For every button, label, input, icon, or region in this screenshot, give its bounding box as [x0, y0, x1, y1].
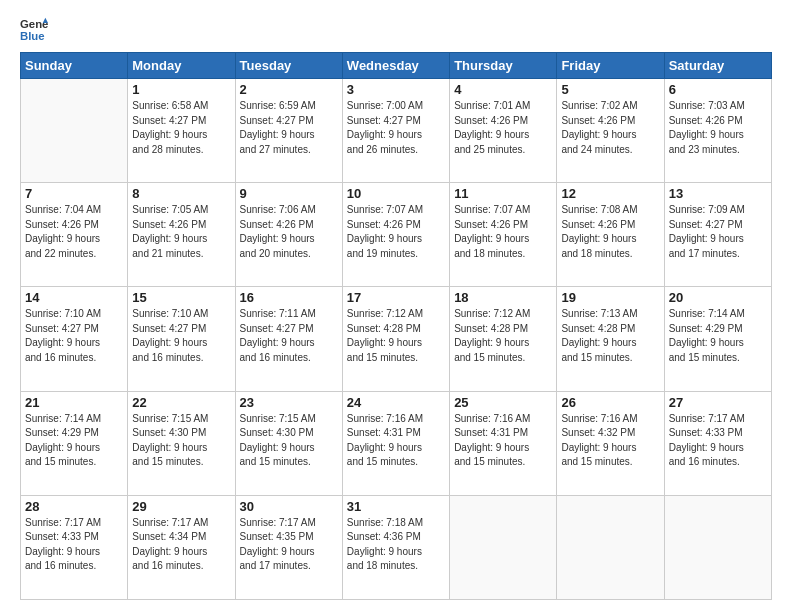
- weekday-header-sunday: Sunday: [21, 53, 128, 79]
- day-number: 11: [454, 186, 552, 201]
- day-info: Sunrise: 7:00 AMSunset: 4:27 PMDaylight:…: [347, 99, 445, 157]
- calendar-table: SundayMondayTuesdayWednesdayThursdayFrid…: [20, 52, 772, 600]
- day-number: 5: [561, 82, 659, 97]
- day-info: Sunrise: 7:06 AMSunset: 4:26 PMDaylight:…: [240, 203, 338, 261]
- day-info: Sunrise: 7:03 AMSunset: 4:26 PMDaylight:…: [669, 99, 767, 157]
- day-number: 13: [669, 186, 767, 201]
- day-info: Sunrise: 7:13 AMSunset: 4:28 PMDaylight:…: [561, 307, 659, 365]
- day-number: 12: [561, 186, 659, 201]
- day-number: 18: [454, 290, 552, 305]
- day-info: Sunrise: 7:17 AMSunset: 4:34 PMDaylight:…: [132, 516, 230, 574]
- day-info: Sunrise: 7:14 AMSunset: 4:29 PMDaylight:…: [669, 307, 767, 365]
- day-info: Sunrise: 7:07 AMSunset: 4:26 PMDaylight:…: [454, 203, 552, 261]
- calendar-cell: 2Sunrise: 6:59 AMSunset: 4:27 PMDaylight…: [235, 79, 342, 183]
- day-info: Sunrise: 7:07 AMSunset: 4:26 PMDaylight:…: [347, 203, 445, 261]
- day-number: 7: [25, 186, 123, 201]
- calendar-cell: 4Sunrise: 7:01 AMSunset: 4:26 PMDaylight…: [450, 79, 557, 183]
- day-number: 28: [25, 499, 123, 514]
- logo-icon: General Blue: [20, 16, 48, 44]
- day-number: 22: [132, 395, 230, 410]
- calendar-cell: 24Sunrise: 7:16 AMSunset: 4:31 PMDayligh…: [342, 391, 449, 495]
- day-info: Sunrise: 7:01 AMSunset: 4:26 PMDaylight:…: [454, 99, 552, 157]
- calendar-cell: 25Sunrise: 7:16 AMSunset: 4:31 PMDayligh…: [450, 391, 557, 495]
- day-info: Sunrise: 7:11 AMSunset: 4:27 PMDaylight:…: [240, 307, 338, 365]
- day-info: Sunrise: 6:59 AMSunset: 4:27 PMDaylight:…: [240, 99, 338, 157]
- day-number: 6: [669, 82, 767, 97]
- day-number: 16: [240, 290, 338, 305]
- calendar-cell: 17Sunrise: 7:12 AMSunset: 4:28 PMDayligh…: [342, 287, 449, 391]
- calendar-cell: 26Sunrise: 7:16 AMSunset: 4:32 PMDayligh…: [557, 391, 664, 495]
- day-info: Sunrise: 6:58 AMSunset: 4:27 PMDaylight:…: [132, 99, 230, 157]
- calendar-cell: 19Sunrise: 7:13 AMSunset: 4:28 PMDayligh…: [557, 287, 664, 391]
- day-info: Sunrise: 7:02 AMSunset: 4:26 PMDaylight:…: [561, 99, 659, 157]
- day-info: Sunrise: 7:16 AMSunset: 4:31 PMDaylight:…: [347, 412, 445, 470]
- calendar-cell: 31Sunrise: 7:18 AMSunset: 4:36 PMDayligh…: [342, 495, 449, 599]
- day-number: 31: [347, 499, 445, 514]
- day-info: Sunrise: 7:17 AMSunset: 4:35 PMDaylight:…: [240, 516, 338, 574]
- day-number: 17: [347, 290, 445, 305]
- day-info: Sunrise: 7:17 AMSunset: 4:33 PMDaylight:…: [669, 412, 767, 470]
- calendar-cell: 27Sunrise: 7:17 AMSunset: 4:33 PMDayligh…: [664, 391, 771, 495]
- day-info: Sunrise: 7:10 AMSunset: 4:27 PMDaylight:…: [25, 307, 123, 365]
- calendar-cell: [450, 495, 557, 599]
- day-number: 20: [669, 290, 767, 305]
- day-number: 14: [25, 290, 123, 305]
- day-info: Sunrise: 7:16 AMSunset: 4:31 PMDaylight:…: [454, 412, 552, 470]
- weekday-header-thursday: Thursday: [450, 53, 557, 79]
- day-number: 24: [347, 395, 445, 410]
- day-number: 23: [240, 395, 338, 410]
- day-number: 3: [347, 82, 445, 97]
- calendar-cell: 15Sunrise: 7:10 AMSunset: 4:27 PMDayligh…: [128, 287, 235, 391]
- calendar-cell: 9Sunrise: 7:06 AMSunset: 4:26 PMDaylight…: [235, 183, 342, 287]
- calendar-cell: 6Sunrise: 7:03 AMSunset: 4:26 PMDaylight…: [664, 79, 771, 183]
- day-info: Sunrise: 7:04 AMSunset: 4:26 PMDaylight:…: [25, 203, 123, 261]
- calendar-cell: 8Sunrise: 7:05 AMSunset: 4:26 PMDaylight…: [128, 183, 235, 287]
- weekday-header-friday: Friday: [557, 53, 664, 79]
- day-info: Sunrise: 7:10 AMSunset: 4:27 PMDaylight:…: [132, 307, 230, 365]
- svg-text:General: General: [20, 18, 48, 30]
- calendar-week-row: 7Sunrise: 7:04 AMSunset: 4:26 PMDaylight…: [21, 183, 772, 287]
- day-info: Sunrise: 7:15 AMSunset: 4:30 PMDaylight:…: [240, 412, 338, 470]
- calendar-cell: 20Sunrise: 7:14 AMSunset: 4:29 PMDayligh…: [664, 287, 771, 391]
- calendar-cell: 5Sunrise: 7:02 AMSunset: 4:26 PMDaylight…: [557, 79, 664, 183]
- day-number: 21: [25, 395, 123, 410]
- day-info: Sunrise: 7:08 AMSunset: 4:26 PMDaylight:…: [561, 203, 659, 261]
- day-number: 8: [132, 186, 230, 201]
- calendar-week-row: 21Sunrise: 7:14 AMSunset: 4:29 PMDayligh…: [21, 391, 772, 495]
- calendar-cell: 10Sunrise: 7:07 AMSunset: 4:26 PMDayligh…: [342, 183, 449, 287]
- day-number: 30: [240, 499, 338, 514]
- calendar-cell: 3Sunrise: 7:00 AMSunset: 4:27 PMDaylight…: [342, 79, 449, 183]
- calendar-cell: 18Sunrise: 7:12 AMSunset: 4:28 PMDayligh…: [450, 287, 557, 391]
- calendar-cell: 16Sunrise: 7:11 AMSunset: 4:27 PMDayligh…: [235, 287, 342, 391]
- calendar-cell: 13Sunrise: 7:09 AMSunset: 4:27 PMDayligh…: [664, 183, 771, 287]
- calendar-cell: 23Sunrise: 7:15 AMSunset: 4:30 PMDayligh…: [235, 391, 342, 495]
- day-number: 4: [454, 82, 552, 97]
- day-info: Sunrise: 7:09 AMSunset: 4:27 PMDaylight:…: [669, 203, 767, 261]
- day-info: Sunrise: 7:17 AMSunset: 4:33 PMDaylight:…: [25, 516, 123, 574]
- calendar-cell: 14Sunrise: 7:10 AMSunset: 4:27 PMDayligh…: [21, 287, 128, 391]
- day-number: 25: [454, 395, 552, 410]
- calendar-cell: 29Sunrise: 7:17 AMSunset: 4:34 PMDayligh…: [128, 495, 235, 599]
- svg-text:Blue: Blue: [20, 30, 45, 42]
- calendar-cell: [557, 495, 664, 599]
- day-number: 10: [347, 186, 445, 201]
- calendar-week-row: 14Sunrise: 7:10 AMSunset: 4:27 PMDayligh…: [21, 287, 772, 391]
- page-header: General Blue: [20, 16, 772, 44]
- weekday-header-wednesday: Wednesday: [342, 53, 449, 79]
- calendar-cell: 12Sunrise: 7:08 AMSunset: 4:26 PMDayligh…: [557, 183, 664, 287]
- calendar-week-row: 28Sunrise: 7:17 AMSunset: 4:33 PMDayligh…: [21, 495, 772, 599]
- calendar-cell: 7Sunrise: 7:04 AMSunset: 4:26 PMDaylight…: [21, 183, 128, 287]
- weekday-header-tuesday: Tuesday: [235, 53, 342, 79]
- calendar-cell: 11Sunrise: 7:07 AMSunset: 4:26 PMDayligh…: [450, 183, 557, 287]
- day-number: 19: [561, 290, 659, 305]
- calendar-cell: 1Sunrise: 6:58 AMSunset: 4:27 PMDaylight…: [128, 79, 235, 183]
- weekday-header-saturday: Saturday: [664, 53, 771, 79]
- day-info: Sunrise: 7:16 AMSunset: 4:32 PMDaylight:…: [561, 412, 659, 470]
- day-info: Sunrise: 7:12 AMSunset: 4:28 PMDaylight:…: [454, 307, 552, 365]
- calendar-header-row: SundayMondayTuesdayWednesdayThursdayFrid…: [21, 53, 772, 79]
- day-info: Sunrise: 7:18 AMSunset: 4:36 PMDaylight:…: [347, 516, 445, 574]
- day-number: 26: [561, 395, 659, 410]
- calendar-cell: [21, 79, 128, 183]
- day-number: 29: [132, 499, 230, 514]
- day-number: 9: [240, 186, 338, 201]
